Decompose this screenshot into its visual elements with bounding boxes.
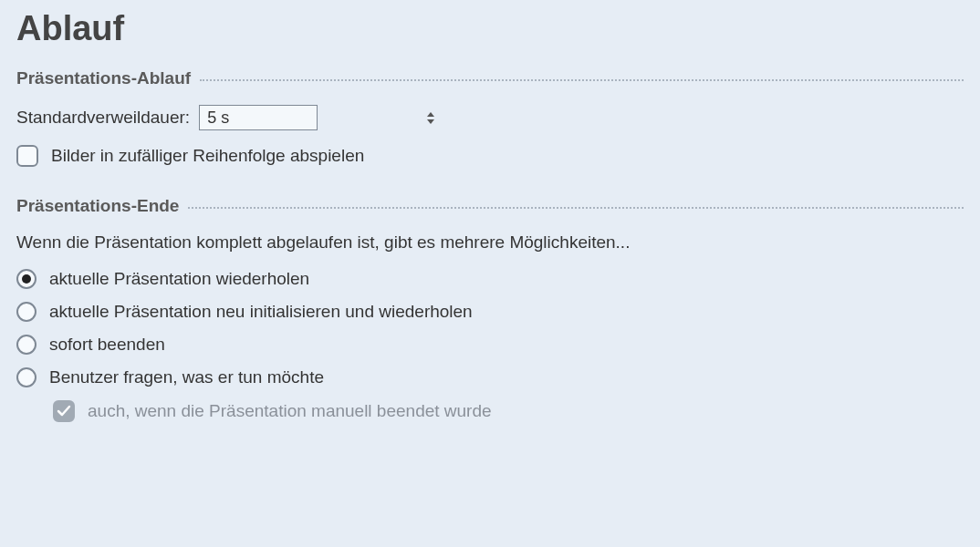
dwell-row: Standardverweildauer: <box>16 105 964 130</box>
end-radio-group: aktuelle Präsentation wiederholenaktuell… <box>16 269 964 387</box>
spinner-down-icon[interactable] <box>427 119 434 124</box>
end-radio-label-0: aktuelle Präsentation wiederholen <box>49 269 309 289</box>
end-option-3[interactable]: Benutzer fragen, was er tun möchte <box>16 367 964 387</box>
legend-divider <box>200 79 964 81</box>
spinner-buttons <box>426 106 434 129</box>
dwell-input[interactable] <box>200 106 426 129</box>
end-radio-0[interactable] <box>16 269 36 289</box>
end-radio-label-2: sofort beenden <box>49 335 165 355</box>
shuffle-checkbox[interactable] <box>16 145 38 167</box>
end-option-1[interactable]: aktuelle Präsentation neu initialisieren… <box>16 302 964 322</box>
section-legend-flow-label: Präsentations-Ablauf <box>16 68 200 88</box>
manual-end-label: auch, wenn die Präsentation manuell been… <box>88 401 492 421</box>
end-description: Wenn die Präsentation komplett abgelaufe… <box>16 232 964 253</box>
end-radio-label-1: aktuelle Präsentation neu initialisieren… <box>49 302 473 322</box>
section-legend-end: Präsentations-Ende <box>16 196 964 216</box>
settings-page: Ablauf Präsentations-Ablauf Standardverw… <box>0 9 980 451</box>
manual-end-checkbox-row: auch, wenn die Präsentation manuell been… <box>53 400 964 422</box>
end-radio-1[interactable] <box>16 302 36 322</box>
end-radio-2[interactable] <box>16 335 36 355</box>
legend-divider <box>188 207 964 209</box>
shuffle-label: Bilder in zufälliger Reihenfolge abspiel… <box>51 146 364 166</box>
dwell-spinner[interactable] <box>199 105 318 130</box>
dwell-label: Standardverweildauer: <box>16 108 190 128</box>
shuffle-checkbox-row[interactable]: Bilder in zufälliger Reihenfolge abspiel… <box>16 145 964 167</box>
section-legend-flow: Präsentations-Ablauf <box>16 68 964 88</box>
end-option-0[interactable]: aktuelle Präsentation wiederholen <box>16 269 964 289</box>
end-radio-3[interactable] <box>16 367 36 387</box>
end-radio-label-3: Benutzer fragen, was er tun möchte <box>49 367 324 387</box>
manual-end-checkbox <box>53 400 75 422</box>
check-icon <box>57 404 71 418</box>
page-title: Ablauf <box>16 9 964 48</box>
spinner-up-icon[interactable] <box>427 112 434 117</box>
section-legend-end-label: Präsentations-Ende <box>16 196 188 216</box>
end-option-2[interactable]: sofort beenden <box>16 335 964 355</box>
